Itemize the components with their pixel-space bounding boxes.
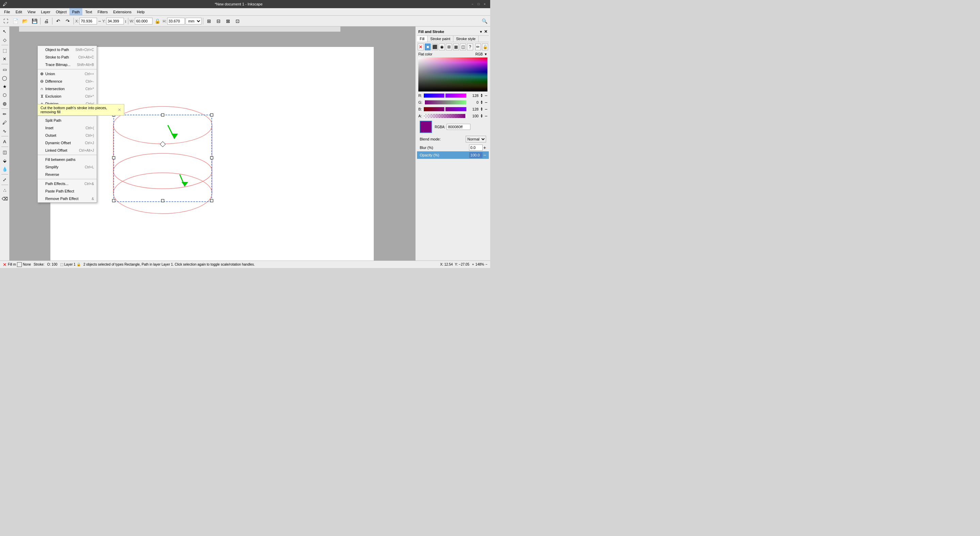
y-input[interactable]	[106, 18, 124, 24]
pen-tool[interactable]: 🖊	[1, 118, 9, 127]
a-down[interactable]: ▼	[480, 116, 484, 118]
menu-simplify[interactable]: Simplify Ctrl+L	[38, 163, 97, 171]
snap-button[interactable]: ⛶	[2, 17, 10, 25]
color-wheel-button[interactable]: 🔒	[482, 44, 488, 50]
linear-gradient-button[interactable]: ⬛	[432, 44, 438, 50]
g-slider[interactable]	[424, 100, 466, 105]
save-button[interactable]: 💾	[30, 17, 39, 25]
r-stepper[interactable]: ▲ ▼	[480, 94, 484, 98]
unit-select[interactable]: mm px cm in	[186, 18, 202, 24]
eraser-tool[interactable]: ⌫	[1, 195, 9, 203]
open-button[interactable]: 📂	[21, 17, 29, 25]
menu-fill-between[interactable]: Fill between paths	[38, 156, 97, 163]
r-down[interactable]: ▼	[480, 95, 484, 98]
undo-button[interactable]: ↶	[54, 17, 63, 25]
minimize-button[interactable]: −	[470, 2, 475, 7]
menu-remove-path-effect[interactable]: Remove Path Effect &	[38, 195, 97, 202]
selector-tool[interactable]: ↖	[1, 27, 9, 35]
no-paint-button[interactable]: ✕	[418, 44, 424, 50]
flat-color-button[interactable]: ■	[425, 44, 431, 50]
menu-file[interactable]: File	[2, 8, 13, 16]
menu-reverse[interactable]: Reverse	[38, 171, 97, 178]
opacity-minus[interactable]: −	[484, 152, 486, 158]
node-tool[interactable]: ◇	[1, 36, 9, 44]
print-button[interactable]: 🖨	[42, 17, 51, 25]
menu-split-path[interactable]: Split Path	[38, 117, 97, 124]
menu-linked-offset[interactable]: Linked Offset Ctrl+Alt+J	[38, 147, 97, 154]
align-center-button[interactable]: ⊟	[214, 17, 223, 25]
close-button[interactable]: ×	[482, 2, 487, 7]
canvas-area[interactable]: Object to Path Shift+Ctrl+C Stroke to Pa…	[10, 27, 415, 260]
unknown-button[interactable]: ?	[467, 44, 473, 50]
menu-stroke-to-path[interactable]: Stroke to Path Ctrl+Alt+C	[38, 53, 97, 61]
ellipse-tool[interactable]: ◯	[1, 74, 9, 82]
blur-input[interactable]	[469, 144, 483, 151]
b-minus[interactable]: −	[485, 106, 487, 112]
g-minus[interactable]: −	[485, 100, 487, 105]
spray-tool[interactable]: ∴	[1, 186, 9, 194]
menu-object[interactable]: Object	[53, 8, 70, 16]
zoom-fit-button[interactable]: ⊡	[233, 17, 242, 25]
h-input[interactable]	[167, 18, 185, 24]
align-left-button[interactable]: ⊞	[205, 17, 213, 25]
search-button[interactable]: 🔍	[480, 17, 489, 25]
menu-intersection[interactable]: ∩ Intersection Ctrl+*	[38, 85, 97, 92]
text-tool[interactable]: A	[1, 137, 9, 146]
menu-extensions[interactable]: Extensions	[110, 8, 134, 16]
g-down[interactable]: ▼	[480, 102, 484, 105]
tab-fill[interactable]: Fill	[417, 36, 428, 42]
connector-tool[interactable]: ⤢	[1, 176, 9, 184]
menu-layer[interactable]: Layer	[38, 8, 53, 16]
align-right-button[interactable]: ⊠	[224, 17, 232, 25]
menu-object-to-path[interactable]: Object to Path Shift+Ctrl+C	[38, 46, 97, 53]
menu-help[interactable]: Help	[134, 8, 147, 16]
pattern-button[interactable]: ▦	[453, 44, 459, 50]
menu-exclusion[interactable]: ⊻ Exclusion Ctrl+^	[38, 92, 97, 100]
opacity-input[interactable]	[469, 152, 483, 158]
close-tooltip-icon[interactable]: ✕	[118, 108, 121, 112]
blur-plus[interactable]: +	[484, 145, 486, 150]
radial-gradient-button[interactable]: ◉	[439, 44, 445, 50]
menu-paste-path-effect[interactable]: Paste Path Effect	[38, 187, 97, 195]
b-slider[interactable]	[424, 107, 466, 111]
b-down[interactable]: ▼	[480, 109, 484, 111]
menu-inset[interactable]: Inset Ctrl+(	[38, 124, 97, 132]
3d-box-tool[interactable]: ⬡	[1, 91, 9, 99]
pencil-tool[interactable]: ✏	[1, 110, 9, 118]
rect-tool[interactable]: ▭	[1, 65, 9, 73]
menu-path-effects[interactable]: Path Effects... Ctrl+&	[38, 180, 97, 187]
menu-dynamic-offset[interactable]: Dynamic Offset Ctrl+J	[38, 139, 97, 147]
new-button[interactable]: 📄	[11, 17, 20, 25]
spiral-tool[interactable]: ◍	[1, 99, 9, 108]
menu-union[interactable]: ⊕ Union Ctrl++	[38, 70, 97, 78]
menu-text[interactable]: Text	[83, 8, 95, 16]
menu-difference[interactable]: ⊖ Difference Ctrl+-	[38, 78, 97, 85]
canvas[interactable]	[50, 47, 374, 260]
edit-color-button[interactable]: ✏	[475, 44, 481, 50]
menu-edit[interactable]: Edit	[13, 8, 25, 16]
color-format-dropdown[interactable]: ▼	[484, 52, 487, 56]
menu-view[interactable]: View	[25, 8, 38, 16]
x-input[interactable]	[79, 18, 97, 24]
eyedropper-tool[interactable]: 💧	[1, 165, 9, 173]
rgba-input[interactable]	[447, 124, 471, 130]
swatch-button[interactable]: ◫	[460, 44, 466, 50]
maximize-button[interactable]: □	[476, 2, 481, 7]
blend-mode-select[interactable]: Normal Multiply Screen	[466, 136, 486, 143]
panel-expand-icon[interactable]: ▼	[479, 30, 483, 34]
b-stepper[interactable]: ▲ ▼	[480, 107, 484, 111]
measure-tool[interactable]: ✕	[1, 55, 9, 63]
paint-bucket-tool[interactable]: ⬙	[1, 157, 9, 165]
zoom-tool[interactable]: ⬚	[1, 46, 9, 54]
a-stepper[interactable]: ▲ ▼	[480, 114, 484, 118]
calligraphy-tool[interactable]: ∿	[1, 127, 9, 135]
menu-trace-bitmap[interactable]: Trace Bitmap... Shift+Alt+B	[38, 61, 97, 68]
star-tool[interactable]: ★	[1, 82, 9, 90]
redo-button[interactable]: ↷	[63, 17, 72, 25]
panel-close-icon[interactable]: ✕	[484, 29, 487, 34]
tab-stroke-paint[interactable]: Stroke paint	[428, 36, 453, 42]
zoom-in-icon[interactable]: +	[472, 263, 474, 266]
r-slider[interactable]	[424, 94, 466, 98]
zoom-out-icon[interactable]: −	[485, 263, 487, 266]
r-minus[interactable]: −	[485, 93, 487, 98]
